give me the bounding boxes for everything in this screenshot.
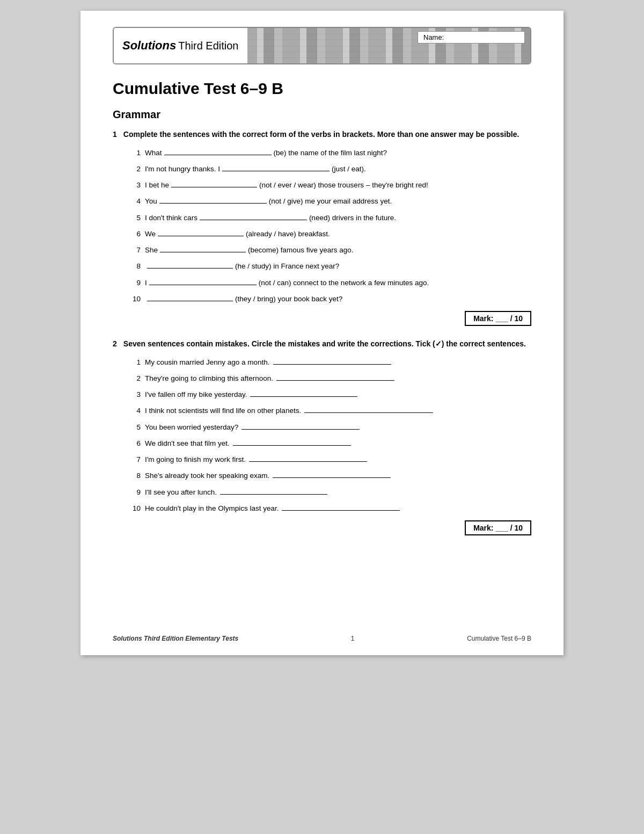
item-num: 3 <box>128 389 141 400</box>
exercise-2-mark-box: Mark: ___ / 10 <box>113 520 531 535</box>
correction-blank <box>250 388 357 397</box>
answer-blank <box>222 163 330 171</box>
item-num: 10 <box>128 294 141 304</box>
list-item: 2 I'm not hungry thanks. I(just / eat). <box>128 163 531 175</box>
answer-blank <box>159 195 267 204</box>
list-item: 8 (he / study) in France next year? <box>128 260 531 272</box>
list-item: 10 He couldn't play in the Olympics last… <box>128 502 531 514</box>
section-heading-grammar: Grammar <box>113 108 531 121</box>
answer-blank <box>171 179 257 187</box>
list-item: 1 What(be) the name of the film last nig… <box>128 147 531 158</box>
mark-badge: Mark: ___ / 10 <box>465 520 531 535</box>
footer-italic: Solutions <box>113 635 142 642</box>
item-text: She's already took her speaking exam. <box>145 469 531 481</box>
list-item: 4 You(not / give) me your email address … <box>128 195 531 207</box>
logo-bold: Solutions <box>122 39 176 53</box>
list-item: 7 She(become) famous five years ago. <box>128 244 531 256</box>
answer-blank <box>149 277 257 285</box>
name-label: Name: <box>423 33 444 41</box>
item-text: I think not scientists will find life on… <box>145 404 531 416</box>
item-num: 4 <box>128 405 141 416</box>
answer-blank <box>158 228 244 236</box>
item-text: I(not / can) connect to the network a fe… <box>145 277 531 288</box>
mark-label: Mark: <box>473 524 493 532</box>
mark-badge: Mark: ___ / 10 <box>465 311 531 326</box>
list-item: 9 I(not / can) connect to the network a … <box>128 277 531 288</box>
item-text: I'm going to finish my work first. <box>145 453 531 465</box>
exercise-2: 2 Seven sentences contain mistakes. Circ… <box>113 339 531 535</box>
mark-denom: / 10 <box>510 524 523 532</box>
item-num: 5 <box>128 422 141 433</box>
item-text: My cousin married Jenny ago a month. <box>145 356 531 368</box>
list-item: 3 I've fallen off my bike yesterday. <box>128 388 531 400</box>
item-num: 6 <box>128 229 141 240</box>
item-num: 8 <box>128 261 141 272</box>
list-item: 8 She's already took her speaking exam. <box>128 469 531 481</box>
page-title: Cumulative Test 6–9 B <box>113 79 531 98</box>
answer-blank <box>147 260 233 269</box>
answer-blank <box>147 293 233 301</box>
exercise-2-instruction: Seven sentences contain mistakes. Circle… <box>123 339 526 350</box>
list-item: 10 (they / bring) your book back yet? <box>128 293 531 304</box>
item-text: You been worried yesterday? <box>145 421 531 433</box>
correction-blank <box>241 421 360 430</box>
item-num: 7 <box>128 454 141 465</box>
item-text: (they / bring) your book back yet? <box>145 293 531 304</box>
list-item: 9 I'll see you after lunch. <box>128 486 531 498</box>
item-num: 1 <box>128 357 141 368</box>
list-item: 5 You been worried yesterday? <box>128 421 531 433</box>
correction-blank <box>273 469 391 478</box>
item-text: We didn't see that film yet. <box>145 437 531 449</box>
footer-page-num: 1 <box>351 635 355 642</box>
item-text: I've fallen off my bike yesterday. <box>145 388 531 400</box>
item-num: 10 <box>128 503 141 514</box>
item-text: I bet he(not / ever / wear) those trouse… <box>145 179 531 191</box>
exercise-2-header: 2 Seven sentences contain mistakes. Circ… <box>113 339 531 350</box>
exercise-1-instruction: Complete the sentences with the correct … <box>123 129 519 140</box>
list-item: 2 They're going to climbing this afterno… <box>128 372 531 384</box>
list-item: 1 My cousin married Jenny ago a month. <box>128 356 531 368</box>
list-item: 4 I think not scientists will find life … <box>128 404 531 416</box>
exercise-2-items: 1 My cousin married Jenny ago a month. 2… <box>128 356 531 514</box>
exercise-1: 1 Complete the sentences with the correc… <box>113 129 531 326</box>
item-num: 6 <box>128 438 141 449</box>
correction-blank <box>249 453 367 462</box>
list-item: 5 I don't think cars(need) drivers in th… <box>128 212 531 223</box>
mark-label: Mark: <box>473 314 493 323</box>
answer-blank <box>160 244 246 252</box>
item-text: I'm not hungry thanks. I(just / eat). <box>145 163 531 175</box>
item-text: They're going to climbing this afternoon… <box>145 372 531 384</box>
footer-left: Solutions Third Edition Elementary Tests <box>113 635 238 642</box>
mark-denom: / 10 <box>510 314 523 323</box>
list-item: 3 I bet he(not / ever / wear) those trou… <box>128 179 531 191</box>
exercise-2-num: 2 <box>113 339 117 350</box>
header-box: Solutions Third Edition Name: <box>113 27 531 64</box>
correction-blank <box>273 356 391 365</box>
list-item: 7 I'm going to finish my work first. <box>128 453 531 465</box>
item-text: What(be) the name of the film last night… <box>145 147 531 158</box>
footer-rest: Third Edition Elementary Tests <box>142 635 239 642</box>
item-num: 8 <box>128 470 141 481</box>
exercise-1-items: 1 What(be) the name of the film last nig… <box>128 147 531 305</box>
item-text: (he / study) in France next year? <box>145 260 531 272</box>
header-pattern: Name: <box>247 28 531 63</box>
list-item: 6 We(already / have) breakfast. <box>128 228 531 240</box>
item-num: 3 <box>128 180 141 191</box>
item-text: You(not / give) me your email address ye… <box>145 195 531 207</box>
logo-rest: Third Edition <box>178 40 238 52</box>
answer-blank <box>200 212 307 220</box>
item-num: 4 <box>128 196 141 207</box>
item-text: I don't think cars(need) drivers in the … <box>145 212 531 223</box>
item-num: 5 <box>128 213 141 223</box>
answer-blank <box>164 147 272 155</box>
item-num: 9 <box>128 487 141 498</box>
item-num: 1 <box>128 148 141 158</box>
correction-blank <box>282 502 400 511</box>
correction-blank <box>233 437 351 446</box>
correction-blank <box>276 372 394 381</box>
exercise-1-header: 1 Complete the sentences with the correc… <box>113 129 531 140</box>
item-text: She(become) famous five years ago. <box>145 244 531 256</box>
item-text: We(already / have) breakfast. <box>145 228 531 240</box>
page-footer: Solutions Third Edition Elementary Tests… <box>113 635 531 642</box>
item-num: 7 <box>128 245 141 256</box>
